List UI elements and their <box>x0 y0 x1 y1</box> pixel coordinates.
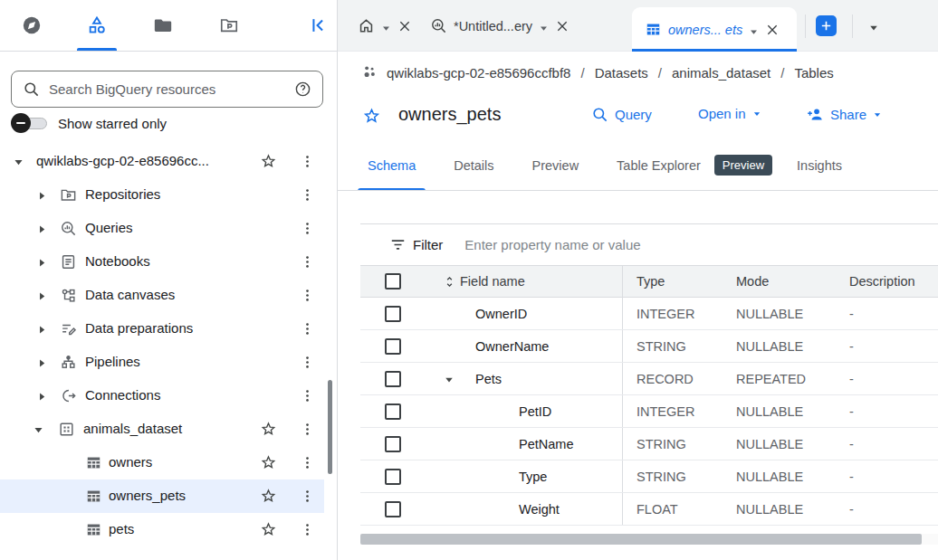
tree-row-data-preparations[interactable]: Data preparations <box>0 312 324 346</box>
horizontal-scrollbar[interactable] <box>360 534 922 545</box>
field-description: - <box>836 395 938 427</box>
more-options-icon[interactable] <box>300 221 315 236</box>
close-icon[interactable] <box>555 19 570 33</box>
open-in-button[interactable]: Open in <box>698 106 761 121</box>
search-box[interactable] <box>11 71 323 108</box>
close-icon[interactable] <box>397 19 412 33</box>
tree-row-animals-dataset[interactable]: animals_dataset <box>0 413 324 446</box>
tree-row-notebooks[interactable]: Notebooks <box>0 245 324 279</box>
tree-row-owners[interactable]: owners <box>0 446 324 479</box>
breadcrumb-item[interactable]: qwiklabs-gcp-02-e85696ccfbf8 <box>387 65 570 81</box>
tree-caret-icon[interactable] <box>36 289 48 301</box>
breadcrumb-item[interactable]: animals_dataset <box>672 65 770 81</box>
tree-row-connections[interactable]: Connections <box>0 379 324 413</box>
tree-caret-icon[interactable] <box>36 390 48 402</box>
expand-record-icon[interactable] <box>444 374 455 384</box>
tree-row-owners-pets[interactable]: owners_pets <box>0 479 324 513</box>
more-options-icon[interactable] <box>300 355 315 370</box>
close-icon[interactable] <box>765 23 780 37</box>
tree-caret-icon[interactable] <box>36 256 48 268</box>
row-checkbox[interactable] <box>385 469 401 485</box>
row-checkbox[interactable] <box>385 501 401 517</box>
tree-caret-icon[interactable] <box>13 156 24 167</box>
more-options-icon[interactable] <box>300 288 315 303</box>
row-checkbox[interactable] <box>385 306 401 322</box>
breadcrumb-item[interactable]: Tables <box>794 65 833 81</box>
tab-overflow-chevron-icon[interactable] <box>868 21 879 32</box>
star-icon[interactable] <box>260 521 277 538</box>
folder-icon[interactable] <box>153 15 173 35</box>
field-name: Weight <box>415 502 560 517</box>
filter-icon <box>389 236 407 253</box>
tab-details[interactable]: Details <box>435 140 512 191</box>
tree-row-pets[interactable]: pets <box>0 513 324 546</box>
repositories-icon[interactable] <box>219 15 239 35</box>
tab-table-explorer[interactable]: Table Explorer <box>598 140 720 191</box>
help-icon[interactable] <box>294 81 311 98</box>
chevron-down-icon[interactable] <box>381 21 391 31</box>
explorer-shapes-icon[interactable] <box>87 15 107 35</box>
more-options-icon[interactable] <box>300 522 315 537</box>
tree-row-pipelines[interactable]: Pipelines <box>0 346 324 379</box>
more-options-icon[interactable] <box>300 422 315 437</box>
more-options-icon[interactable] <box>300 154 315 169</box>
more-options-icon[interactable] <box>300 455 315 470</box>
row-checkbox[interactable] <box>385 436 401 452</box>
collapse-panel-icon[interactable] <box>308 15 328 35</box>
tree-item-label: owners_pets <box>109 488 186 503</box>
tree-caret-icon[interactable] <box>36 189 48 201</box>
star-icon[interactable] <box>260 153 277 170</box>
schema-row-ownername: OwnerName STRING NULLABLE - <box>360 330 938 363</box>
chevron-down-icon[interactable] <box>539 21 549 31</box>
field-mode: REPEATED <box>727 363 836 394</box>
filter-input[interactable] <box>464 237 938 252</box>
untitled-query-tab[interactable]: *Untitled...ery <box>430 0 570 52</box>
breadcrumb-item[interactable]: Datasets <box>595 65 648 81</box>
breadcrumb-separator: / <box>658 65 662 81</box>
breadcrumb-separator: / <box>780 65 784 81</box>
query-icon <box>60 220 77 237</box>
row-checkbox[interactable] <box>385 338 401 355</box>
show-starred-toggle[interactable] <box>11 112 49 134</box>
share-button[interactable]: Share <box>807 106 882 123</box>
tree-caret-icon[interactable] <box>36 356 48 368</box>
table-view-tabs: SchemaDetailsPreviewTable ExplorerPrevie… <box>338 140 938 191</box>
tree-item-label: qwiklabs-gcp-02-e85696cc... <box>36 153 209 168</box>
tree-row-data-canvases[interactable]: Data canvases <box>0 279 324 312</box>
bigquery-console: Show starred only qwiklabs-gcp-02-e85696… <box>0 0 938 560</box>
tab-schema[interactable]: Schema <box>349 140 435 191</box>
owners-pets-tab[interactable]: owners... ets <box>632 7 797 52</box>
row-checkbox[interactable] <box>385 403 401 420</box>
tree-row-queries[interactable]: Queries <box>0 212 324 245</box>
table-icon <box>85 454 102 471</box>
star-icon[interactable] <box>260 488 277 505</box>
tree-caret-icon[interactable] <box>36 323 48 335</box>
tree-caret-icon[interactable] <box>36 223 48 234</box>
more-options-icon[interactable] <box>300 489 315 504</box>
sort-icon[interactable] <box>442 274 457 289</box>
search-input[interactable] <box>49 81 294 97</box>
tab-insights[interactable]: Insights <box>778 140 861 191</box>
more-options-icon[interactable] <box>300 321 315 337</box>
sidebar-scrollbar[interactable] <box>328 380 332 474</box>
tree-row-repositories[interactable]: Repositories <box>0 178 324 212</box>
more-options-icon[interactable] <box>300 254 315 270</box>
select-all-checkbox[interactable] <box>385 273 401 289</box>
star-icon[interactable] <box>260 421 277 438</box>
star-icon[interactable] <box>260 454 277 471</box>
more-options-icon[interactable] <box>300 187 315 203</box>
table-icon <box>85 488 102 505</box>
compass-icon[interactable] <box>22 15 42 35</box>
new-tab-button[interactable] <box>816 15 837 36</box>
star-icon[interactable] <box>362 107 381 126</box>
tree-row-qwiklabs-gcp-02-e85696cc-[interactable]: qwiklabs-gcp-02-e85696cc... <box>0 145 324 178</box>
divider <box>852 14 853 38</box>
chevron-down-icon[interactable] <box>749 24 759 34</box>
tab-preview[interactable]: Preview <box>513 140 598 191</box>
tree-item-label: Data preparations <box>85 320 193 336</box>
query-button[interactable]: Query <box>591 106 652 123</box>
row-checkbox[interactable] <box>385 371 401 387</box>
home-tab[interactable] <box>358 0 412 52</box>
more-options-icon[interactable] <box>300 388 315 403</box>
tree-caret-icon[interactable] <box>33 423 44 435</box>
